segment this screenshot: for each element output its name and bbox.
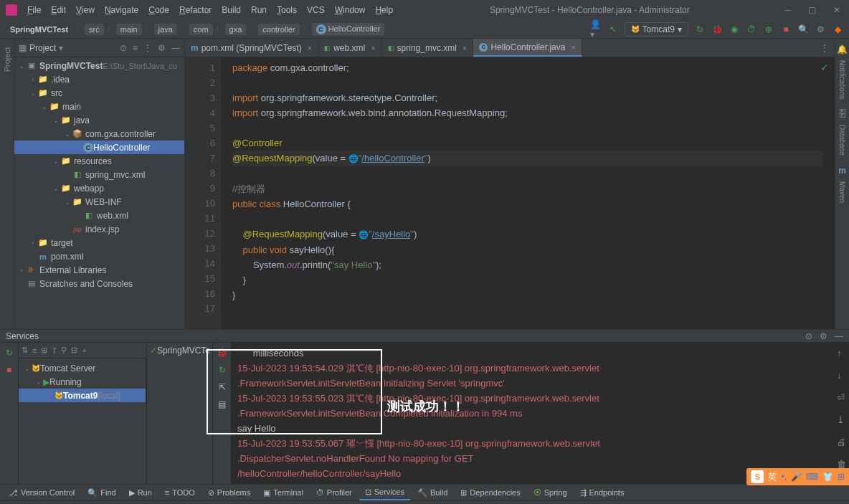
user-icon[interactable]: 👤▾ bbox=[590, 24, 602, 35]
breadcrumb-gxa[interactable]: gxa bbox=[225, 24, 247, 35]
tree-springmvc-xml[interactable]: spring_mvc.xml bbox=[14, 168, 184, 181]
menu-refactor[interactable]: Refactor bbox=[175, 3, 216, 17]
code-editor[interactable]: package com.gxa.controller; import org.s… bbox=[221, 57, 835, 329]
menu-view[interactable]: View bbox=[72, 3, 99, 17]
tree-root[interactable]: ⌄▣SpringMVCTest E:\Stu_Stort\Java_cu bbox=[14, 59, 184, 72]
breadcrumb-java[interactable]: java bbox=[154, 24, 177, 35]
inspection-ok-icon[interactable]: ✓ bbox=[820, 62, 829, 73]
tool-icon[interactable]: ⚲ bbox=[61, 346, 67, 355]
gear-icon[interactable]: ⚙ bbox=[815, 24, 826, 35]
tree-src[interactable]: ⌄📁src bbox=[14, 86, 184, 100]
run-config-selector[interactable]: 🐱 Tomcat9 ▾ bbox=[625, 22, 688, 37]
stop-icon[interactable]: ■ bbox=[780, 24, 792, 35]
tree-indexjsp[interactable]: jspindex.jsp bbox=[14, 222, 184, 236]
editor-tab-springmvc[interactable]: ◧spring_mvc.xml× bbox=[382, 39, 474, 57]
tree-class-hellocontroller[interactable]: C HelloController bbox=[14, 141, 184, 154]
output-icon[interactable]: ▤ bbox=[217, 399, 228, 410]
editor-tab-hellocontroller[interactable]: CHelloController.java× bbox=[473, 39, 582, 57]
update-icon[interactable]: ↻ bbox=[217, 364, 228, 376]
tree-scratches[interactable]: ▤Scratches and Consoles bbox=[14, 277, 184, 290]
select-opened-file-icon[interactable]: ⊙ bbox=[120, 43, 127, 53]
tree-package[interactable]: ⌄📦com.gxa.controller bbox=[14, 127, 184, 141]
menu-window[interactable]: Window bbox=[331, 3, 370, 17]
scroll-to-end-icon[interactable]: ⤓ bbox=[837, 412, 846, 427]
tool-icon[interactable]: ⊞ bbox=[41, 346, 47, 355]
close-tab-icon[interactable]: × bbox=[571, 43, 575, 52]
tree-webinf[interactable]: ⌄📁WEB-INF bbox=[14, 195, 184, 209]
tree-target[interactable]: ›📁target bbox=[14, 236, 184, 249]
service-tomcat9[interactable]: ›🐱 Tomcat9 [local] bbox=[19, 389, 146, 402]
menu-navigate[interactable]: Navigate bbox=[100, 3, 143, 17]
tool-icon[interactable]: T bbox=[52, 346, 57, 355]
sogou-icon[interactable]: S bbox=[751, 470, 764, 483]
breadcrumb-src[interactable]: src bbox=[85, 24, 104, 35]
notifications-tab-icon[interactable]: 🔔 bbox=[837, 44, 848, 54]
tree-java[interactable]: ⌄📁java bbox=[14, 113, 184, 127]
hide-icon[interactable]: — bbox=[835, 331, 843, 341]
menu-tools[interactable]: Tools bbox=[272, 3, 301, 17]
breadcrumb-root[interactable]: SpringMVCTest bbox=[6, 24, 72, 35]
maximize-icon[interactable]: ▢ bbox=[805, 5, 819, 15]
service-running[interactable]: ⌄▶ Running bbox=[19, 375, 146, 389]
ime-skin-icon[interactable]: 👕 bbox=[822, 472, 833, 482]
add-icon[interactable]: + bbox=[82, 346, 86, 355]
debug-tab-icon[interactable]: 🐞 bbox=[217, 347, 228, 358]
find-tab[interactable]: 🔍Find bbox=[82, 485, 121, 500]
tree-resources[interactable]: ⌄📁resources bbox=[14, 154, 184, 168]
close-tab-icon[interactable]: × bbox=[463, 44, 467, 52]
profile-icon[interactable]: ⏱ bbox=[746, 24, 757, 35]
todo-tab[interactable]: ≡TODO bbox=[159, 485, 201, 500]
breadcrumb-controller[interactable]: controller bbox=[258, 24, 299, 35]
terminal-tab[interactable]: ▣Terminal bbox=[257, 485, 309, 500]
coverage-icon[interactable]: ◉ bbox=[729, 24, 740, 35]
tree-webxml[interactable]: web.xml bbox=[14, 209, 184, 222]
menu-vcs[interactable]: VCS bbox=[303, 3, 329, 17]
expand-icon[interactable]: ≡ bbox=[133, 43, 138, 53]
ime-lang-icon[interactable]: 英 bbox=[768, 471, 777, 483]
ime-punct-icon[interactable]: •, bbox=[781, 472, 787, 482]
spring-tab[interactable]: ⦿Spring bbox=[528, 485, 573, 500]
ime-keyboard-icon[interactable]: ⌨ bbox=[806, 472, 818, 482]
soft-wrap-icon[interactable]: ⏎ bbox=[837, 390, 846, 405]
menu-edit[interactable]: Edit bbox=[47, 3, 70, 17]
close-tab-icon[interactable]: × bbox=[371, 44, 375, 52]
maven-tab-icon[interactable]: m bbox=[838, 166, 846, 176]
build-tab[interactable]: 🔨Build bbox=[412, 485, 453, 500]
maven-tab[interactable]: Maven bbox=[838, 176, 846, 209]
scroll-up-icon[interactable]: ↑ bbox=[837, 346, 846, 361]
tool-icon[interactable]: ⊟ bbox=[71, 346, 77, 355]
database-tab[interactable]: Database bbox=[838, 119, 846, 161]
breadcrumb-com[interactable]: com bbox=[189, 24, 213, 35]
search-icon[interactable]: 🔍 bbox=[797, 24, 809, 35]
version-control-tab[interactable]: ⎇Version Control bbox=[3, 485, 80, 500]
editor-tab-webxml[interactable]: ◧web.xml× bbox=[318, 39, 381, 57]
attach-icon[interactable]: ⊕ bbox=[763, 24, 774, 35]
gear-icon[interactable]: ⚙ bbox=[820, 331, 827, 341]
menu-run[interactable]: Run bbox=[247, 3, 271, 17]
editor-tabs-more-icon[interactable]: ⋮ bbox=[815, 43, 835, 53]
tree-idea[interactable]: ›📁.idea bbox=[14, 72, 184, 86]
project-tab[interactable]: Project bbox=[3, 44, 11, 75]
print-icon[interactable]: 🖨 bbox=[837, 434, 846, 450]
rerun-icon[interactable]: ↻ bbox=[4, 347, 15, 358]
debug-icon[interactable]: 🐞 bbox=[711, 24, 723, 35]
tree-webapp[interactable]: ⌄📁webapp bbox=[14, 181, 184, 195]
ime-toolbox-icon[interactable]: ⊞ bbox=[838, 472, 845, 482]
dependencies-tab[interactable]: ⊞Dependencies bbox=[455, 485, 526, 500]
hammer-icon[interactable]: ↖ bbox=[607, 24, 619, 35]
hide-icon[interactable]: — bbox=[171, 43, 180, 53]
minimize-icon[interactable]: ─ bbox=[782, 5, 794, 15]
scroll-icon[interactable]: ⊙ bbox=[805, 331, 812, 341]
ime-mic-icon[interactable]: 🎤 bbox=[791, 472, 802, 482]
close-icon[interactable]: ✕ bbox=[830, 5, 843, 15]
tree-pom[interactable]: pom.xml bbox=[14, 249, 184, 263]
scroll-down-icon[interactable]: ↓ bbox=[837, 368, 846, 383]
menu-code[interactable]: Code bbox=[144, 3, 174, 17]
jetbrains-icon[interactable]: ◆ bbox=[832, 24, 843, 35]
gear-icon[interactable]: ⚙ bbox=[158, 43, 166, 53]
menu-file[interactable]: File bbox=[23, 3, 45, 17]
tool-icon[interactable]: ≡ bbox=[32, 346, 37, 355]
project-panel-title[interactable]: ▦ Project ▾ bbox=[19, 43, 120, 53]
tool-icon[interactable]: ⇅ bbox=[22, 346, 28, 355]
close-tab-icon[interactable]: × bbox=[308, 44, 312, 52]
